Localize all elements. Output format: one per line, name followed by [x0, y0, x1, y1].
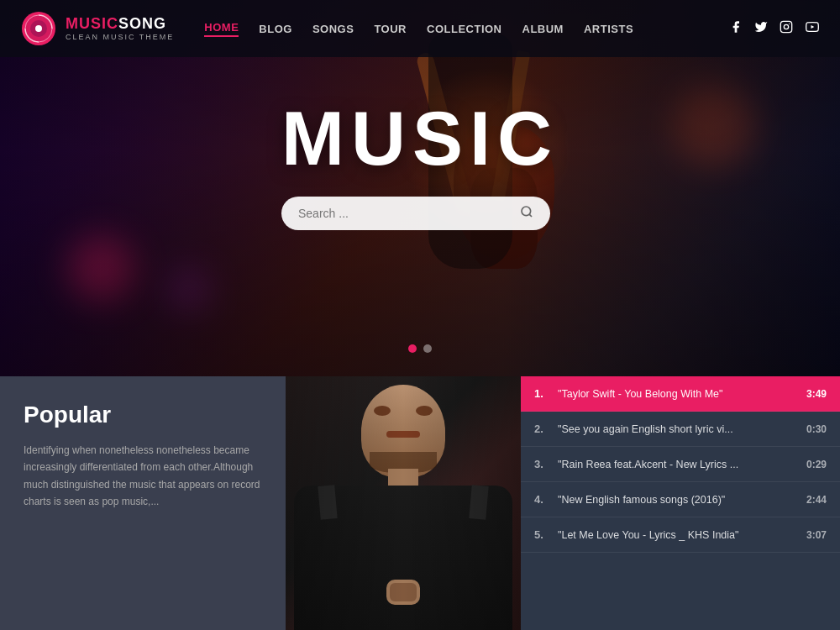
dot-2[interactable] [423, 344, 432, 353]
nav-item-blog[interactable]: BLOG [259, 23, 292, 35]
search-input[interactable] [298, 207, 513, 220]
search-button[interactable] [520, 205, 533, 222]
hero-title: MUSIC [281, 101, 559, 176]
track-title: "Taylor Swift - You Belong With Me" [558, 388, 800, 400]
track-title: "See you again English short lyric vi... [558, 423, 800, 435]
track-number: 2. [534, 423, 551, 435]
search-bar [281, 197, 550, 230]
nav-item-album[interactable]: ALBUM [522, 23, 564, 35]
social-icons [729, 20, 820, 37]
instagram-icon[interactable] [780, 20, 793, 37]
popular-description: Identifying when nonetheless nonetheless… [24, 442, 262, 511]
nav-item-home[interactable]: HOME [204, 21, 239, 37]
track-item[interactable]: 5. "Let Me Love You - Lyrics _ KHS India… [521, 517, 840, 553]
track-title: "Rain Reea feat.Akcent - New Lyrics ... [558, 459, 800, 470]
hero-dots [408, 344, 432, 353]
nav-item-tour[interactable]: TOUR [374, 23, 407, 35]
photo-overlay [286, 376, 521, 630]
svg-rect-4 [780, 21, 791, 32]
svg-marker-7 [811, 25, 815, 29]
popular-title: Popular [24, 402, 262, 428]
twitter-icon[interactable] [754, 20, 768, 37]
nav-item-artists[interactable]: ARTISTS [584, 23, 633, 35]
logo[interactable]: MUSICSONG CLEAN MUSIC THEME [20, 10, 174, 47]
nav-item-songs[interactable]: SONGS [312, 23, 354, 35]
facebook-icon[interactable] [729, 20, 743, 37]
nav-item-collection[interactable]: COLLECTION [427, 23, 502, 35]
dot-1[interactable] [408, 344, 417, 353]
track-title: "New English famous songs (2016)" [558, 494, 800, 506]
svg-point-8 [522, 207, 531, 216]
hero-content: MUSIC [281, 101, 559, 230]
svg-point-6 [789, 24, 790, 24]
track-item[interactable]: 3. "Rain Reea feat.Akcent - New Lyrics .… [521, 447, 840, 482]
track-duration: 3:49 [806, 388, 827, 400]
svg-point-3 [35, 25, 42, 32]
track-number: 4. [534, 493, 551, 506]
main-nav: HOME BLOG SONGS TOUR COLLECTION ALBUM AR… [204, 21, 729, 37]
track-number: 1. [534, 387, 551, 400]
svg-point-5 [784, 24, 788, 29]
bottom-section: Popular Identifying when nonetheless non… [0, 376, 840, 630]
track-item[interactable]: 1. "Taylor Swift - You Belong With Me" 3… [521, 376, 840, 412]
track-item[interactable]: 4. "New English famous songs (2016)" 2:4… [521, 482, 840, 517]
track-number: 5. [534, 528, 551, 541]
track-title: "Let Me Love You - Lyrics _ KHS India" [558, 529, 800, 541]
tracklist: 1. "Taylor Swift - You Belong With Me" 3… [521, 376, 840, 630]
track-number: 3. [534, 458, 551, 470]
popular-card: Popular Identifying when nonetheless non… [0, 376, 286, 630]
navbar: MUSICSONG CLEAN MUSIC THEME HOME BLOG SO… [0, 0, 840, 57]
logo-text: MUSICSONG CLEAN MUSIC THEME [66, 16, 174, 41]
track-duration: 3:07 [806, 529, 827, 541]
track-duration: 0:30 [806, 423, 827, 435]
logo-icon [20, 10, 57, 47]
track-duration: 2:44 [806, 494, 827, 506]
track-duration: 0:29 [806, 459, 827, 470]
artist-photo [286, 376, 521, 630]
logo-subtitle: CLEAN MUSIC THEME [66, 33, 174, 41]
youtube-icon[interactable] [805, 20, 820, 37]
artist-photo-inner [286, 376, 521, 630]
track-item[interactable]: 2. "See you again English short lyric vi… [521, 412, 840, 447]
logo-title: MUSICSONG [66, 16, 174, 33]
